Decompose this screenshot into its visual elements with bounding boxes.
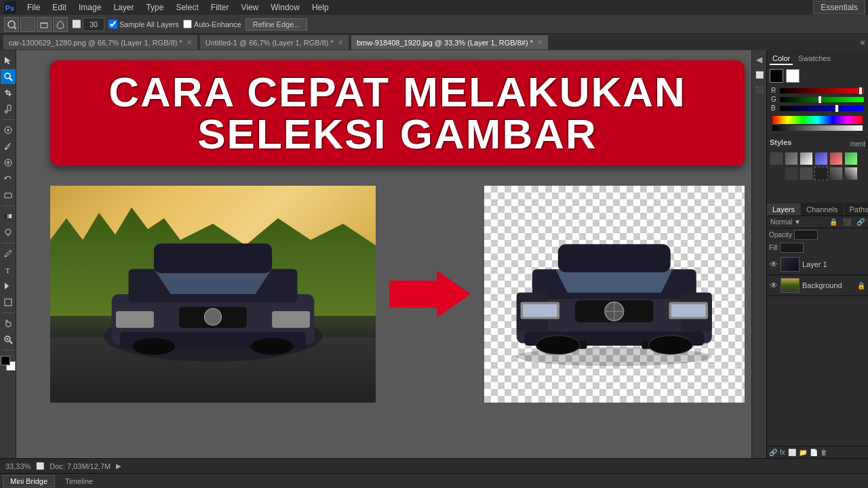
style-swatch-5[interactable]: [829, 152, 843, 165]
g-slider-track[interactable]: [780, 97, 864, 102]
auto-enhance-checkbox[interactable]: [183, 20, 192, 28]
brush-btn[interactable]: [1, 139, 16, 154]
eraser-btn[interactable]: [1, 188, 16, 203]
paths-tab[interactable]: Paths: [844, 203, 868, 216]
menu-filter[interactable]: Filter: [205, 1, 235, 14]
erase-tool-icon[interactable]: [37, 17, 52, 32]
svg-text:T: T: [5, 266, 10, 274]
add-mask-icon[interactable]: ⬜: [788, 449, 796, 456]
quick-select-icon[interactable]: [4, 17, 19, 32]
tab-2-close[interactable]: ✕: [537, 39, 542, 46]
menu-help[interactable]: Help: [307, 1, 334, 14]
style-swatch-7[interactable]: [770, 167, 783, 180]
layers-tab[interactable]: Layers: [767, 203, 801, 216]
move-tool-btn[interactable]: [1, 53, 16, 68]
eyedropper-btn[interactable]: [1, 102, 16, 117]
menu-view[interactable]: View: [235, 1, 264, 14]
screen-mode-icon[interactable]: ⬜: [36, 462, 44, 470]
swatches-tab[interactable]: Swatches: [795, 53, 833, 65]
layer-row-1[interactable]: 👁 Layer 1: [767, 254, 868, 275]
panel-icon-2[interactable]: ⬛: [753, 83, 766, 96]
heal-brush-btn[interactable]: [1, 123, 16, 138]
mini-bridge-tab[interactable]: Mini Bridge: [3, 475, 55, 487]
pen-tool-btn[interactable]: [1, 246, 16, 261]
style-swatch-8[interactable]: [785, 167, 798, 180]
fill-input[interactable]: [780, 243, 804, 253]
styles-sublabel: ment: [850, 140, 865, 148]
sample-all-layers-checkbox[interactable]: [108, 20, 117, 28]
style-swatch-6[interactable]: [844, 152, 858, 165]
r-slider-track[interactable]: [780, 88, 864, 94]
layer-normal-dropdown[interactable]: Normal ▼: [768, 218, 803, 226]
hand-tool-btn[interactable]: [1, 316, 16, 331]
refine-edge-button[interactable]: Refine Edge...: [245, 18, 308, 30]
b-slider-track[interactable]: [780, 106, 864, 111]
brush-tool-icon[interactable]: [20, 17, 35, 32]
layer-row-background[interactable]: 👁 Background 🔒: [767, 275, 868, 296]
brush-size-input[interactable]: [83, 18, 104, 31]
add-link-icon[interactable]: 🔗: [769, 449, 777, 456]
crop-tool-btn[interactable]: [1, 85, 16, 100]
menu-file[interactable]: File: [22, 1, 45, 14]
new-group-icon[interactable]: 📁: [799, 449, 807, 456]
menu-select[interactable]: Select: [170, 1, 203, 14]
style-swatch-12[interactable]: [844, 167, 858, 180]
layer-link[interactable]: 🔗: [854, 218, 867, 226]
text-tool-btn[interactable]: T: [1, 262, 16, 277]
brightness-bar[interactable]: [772, 125, 863, 131]
color-spectrum-bar[interactable]: [772, 116, 863, 124]
background-layer-visibility[interactable]: 👁: [770, 281, 778, 290]
style-swatch-4[interactable]: [814, 152, 828, 165]
color-tab[interactable]: Color: [770, 53, 793, 65]
shape-tool-btn[interactable]: [1, 295, 16, 310]
layer-lock-all[interactable]: 🔒: [827, 218, 840, 226]
menu-layer[interactable]: Layer: [108, 1, 139, 14]
quick-select-btn[interactable]: [1, 69, 16, 84]
menu-edit[interactable]: Edit: [47, 1, 72, 14]
r-slider-thumb[interactable]: [859, 87, 863, 95]
add-style-icon[interactable]: fx: [780, 449, 785, 456]
opacity-input[interactable]: [794, 230, 818, 240]
path-select-btn[interactable]: [1, 279, 16, 293]
info-arrow[interactable]: ▶: [116, 462, 121, 470]
style-swatch-9[interactable]: [800, 167, 813, 180]
tab-1[interactable]: Untitled-1 @ 66,7% (Layer 1, RGB/8) * ✕: [199, 35, 349, 49]
style-swatch-2[interactable]: [785, 152, 798, 165]
svg-marker-47: [556, 269, 673, 293]
style-swatch-1[interactable]: [770, 152, 783, 165]
gradient-btn[interactable]: [1, 209, 16, 224]
layer-lock-px[interactable]: ⬛: [841, 218, 853, 226]
clone-stamp-btn[interactable]: [1, 155, 16, 170]
tab-1-close[interactable]: ✕: [338, 39, 343, 46]
delete-layer-icon[interactable]: 🗑: [821, 449, 827, 456]
new-layer-icon[interactable]: 📄: [810, 449, 818, 456]
color-bg-swatch[interactable]: [786, 69, 800, 83]
g-slider-thumb[interactable]: [818, 96, 822, 104]
channels-tab[interactable]: Channels: [801, 203, 844, 216]
dodge-burn-btn[interactable]: [1, 225, 16, 240]
style-swatch-11[interactable]: [829, 167, 843, 180]
svg-point-41: [133, 338, 175, 355]
essentials-button[interactable]: Essentials: [813, 1, 865, 14]
tab-0[interactable]: car-1300629_1280.png @ 66,7% (Layer 1, R…: [3, 35, 198, 49]
b-slider-thumb[interactable]: [835, 104, 839, 113]
layer-1-visibility[interactable]: 👁: [770, 260, 778, 269]
style-swatch-3[interactable]: [800, 152, 813, 165]
lasso-icon[interactable]: [53, 17, 68, 32]
panel-collapse-btn[interactable]: ◀: [753, 53, 766, 66]
tab-2[interactable]: bmw-918408_1920.jpg @ 33,3% (Layer 1, RG…: [351, 35, 549, 49]
history-brush-btn[interactable]: [1, 171, 16, 186]
zoom-tool-btn[interactable]: [1, 332, 16, 347]
style-swatch-10[interactable]: [814, 167, 828, 180]
panel-icon-1[interactable]: ⬜: [753, 68, 766, 81]
menu-image[interactable]: Image: [73, 1, 106, 14]
color-fg-swatch[interactable]: [770, 69, 783, 83]
menu-type[interactable]: Type: [140, 1, 169, 14]
svg-point-17: [5, 148, 7, 150]
foreground-color-box[interactable]: [1, 356, 10, 365]
menu-window[interactable]: Window: [265, 1, 305, 14]
tab-0-close[interactable]: ✕: [186, 39, 192, 46]
fg-bg-color-switcher[interactable]: [1, 356, 16, 371]
timeline-tab[interactable]: Timeline: [58, 475, 100, 487]
tabs-collapse-button[interactable]: «: [857, 37, 868, 47]
